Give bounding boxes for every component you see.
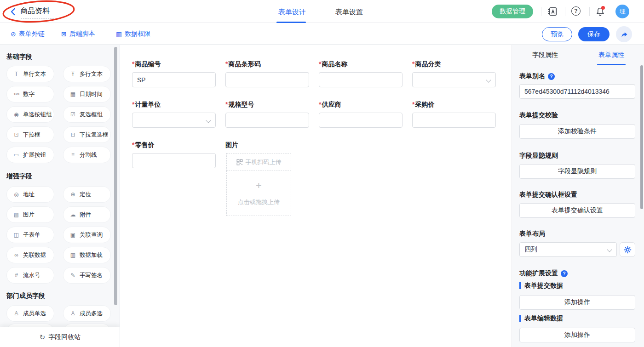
recycle-icon: ↻	[40, 334, 46, 341]
form-external-link[interactable]: ⊘ 表单外链	[11, 30, 45, 38]
form-field-retail-price[interactable]: 零售价	[132, 141, 216, 168]
field-pill-label: 手写签名	[80, 272, 103, 279]
help-icon[interactable]: ?	[548, 73, 555, 80]
field-pill-member-multi[interactable]: ♙成员多选	[63, 305, 111, 322]
page-scrollbar[interactable]	[640, 65, 643, 209]
section-title-enhanced-fields: 增强字段	[6, 172, 32, 181]
field-pill-member-single[interactable]: ♙成员单选	[6, 305, 54, 322]
header-divider	[565, 7, 565, 16]
edit-data-subheading: 表单编辑数据	[519, 315, 563, 322]
form-toolbar: ⊘ 表单外链 ⊠ 后端脚本 ▥ 数据权限 预览 保存	[0, 23, 644, 45]
extension-settings-label: 功能扩展设置	[519, 269, 558, 278]
section-title-member-fields: 部门成员字段	[6, 292, 45, 300]
tab-form-properties[interactable]: 表单属性	[578, 45, 644, 65]
back-icon[interactable]	[9, 7, 17, 16]
form-layout-select[interactable]: 四列	[519, 242, 617, 257]
image-upload-drop[interactable]: + 点击或拖拽上传	[226, 171, 291, 216]
field-pill-extend-button[interactable]: ▭扩展按钮	[6, 147, 54, 163]
field-input[interactable]	[225, 72, 309, 87]
field-recycle-bin[interactable]: ↻ 字段回收站	[0, 327, 120, 347]
field-pill-divider-line[interactable]: ≡分割线	[63, 147, 111, 163]
field-pill-linked-data[interactable]: ∞关联数据	[6, 247, 54, 263]
field-pill-image[interactable]: ▧图片	[6, 206, 54, 223]
app-header: 商品资料 表单设计 表单设置 数据管理 ? 理	[0, 0, 644, 23]
form-field-product-name[interactable]: 商品名称	[319, 60, 402, 87]
add-edit-action-button[interactable]: 添加操作	[519, 328, 635, 342]
submit-validation-heading: 表单提交校验	[519, 111, 558, 119]
share-icon	[620, 30, 628, 39]
help-icon[interactable]: ?	[571, 6, 581, 16]
help-icon[interactable]: ?	[561, 270, 568, 277]
field-label: 采购价	[412, 101, 496, 109]
field-pill-multi-line-text[interactable]: Ŧ多行文本	[63, 66, 111, 82]
field-pill-dropdown[interactable]: ⊡下拉框	[6, 126, 54, 143]
datetime-icon: ▦	[69, 91, 76, 97]
form-field-supplier[interactable]: 供应商	[319, 101, 402, 128]
avatar[interactable]: 理	[615, 5, 629, 18]
field-input[interactable]	[132, 153, 216, 168]
field-input[interactable]	[225, 113, 309, 128]
field-pill-number[interactable]: 123数字	[6, 86, 54, 102]
form-field-unit[interactable]: 计量单位	[132, 101, 216, 128]
preview-button[interactable]: 预览	[542, 27, 572, 41]
field-input[interactable]: SP	[132, 72, 216, 87]
submit-confirm-heading: 表单提交确认框设置	[519, 191, 577, 199]
tab-form-settings[interactable]: 表单设置	[335, 8, 363, 17]
backend-script-link[interactable]: ⊠ 后端脚本	[61, 30, 95, 38]
add-submit-action-button[interactable]: 添加操作	[519, 295, 635, 310]
tab-form-design[interactable]: 表单设计	[278, 8, 306, 17]
field-pill-label: 数字	[23, 91, 34, 98]
form-field-spec-model[interactable]: 规格型号	[225, 101, 309, 128]
save-button[interactable]: 保存	[578, 27, 610, 41]
multi-line-text-icon: Ŧ	[69, 71, 76, 77]
field-pill-label: 附件	[80, 211, 91, 219]
submit-confirm-button[interactable]: 表单提交确认设置	[519, 203, 635, 218]
field-label: 商品编号	[132, 60, 216, 68]
tab-field-properties[interactable]: 字段属性	[512, 45, 578, 65]
field-pill-checkbox-group[interactable]: ☑复选框组	[63, 106, 111, 123]
form-field-product-code[interactable]: 商品编号 SP	[132, 60, 216, 87]
field-input[interactable]	[319, 113, 402, 128]
field-input[interactable]	[319, 72, 402, 87]
layout-settings-button[interactable]	[620, 242, 635, 257]
backend-script-icon: ⊠	[61, 31, 67, 37]
field-visibility-button[interactable]: 字段显隐规则	[519, 164, 635, 179]
section-title-basic-fields: 基础字段	[6, 53, 32, 61]
field-pill-subform[interactable]: ◫子表单	[6, 227, 54, 243]
scan-upload-hint: 手机扫码上传	[246, 158, 282, 166]
field-pill-address[interactable]: ◎地址	[6, 186, 54, 203]
sidebar-scrollbar[interactable]	[114, 47, 117, 305]
contacts-icon[interactable]	[547, 6, 558, 17]
field-input[interactable]	[412, 113, 496, 128]
form-field-image[interactable]: 图片	[225, 141, 309, 153]
share-button[interactable]	[616, 26, 632, 42]
recycle-bin-label: 字段回收站	[48, 333, 80, 341]
field-pill-location[interactable]: ⊕定位	[63, 186, 111, 203]
field-pill-radio-group[interactable]: ◉单选按钮组	[6, 106, 54, 123]
field-pill-signature[interactable]: ✎手写签名	[63, 267, 111, 284]
form-alias-input[interactable]: 567ed45300d71112d4013346	[519, 84, 635, 99]
field-select[interactable]	[412, 72, 496, 87]
field-label: 图片	[225, 141, 309, 149]
form-field-purchase-price[interactable]: 采购价	[412, 101, 496, 128]
layout-select-value: 四列	[524, 245, 537, 254]
field-pill-attachment[interactable]: ☁附件	[63, 206, 111, 223]
field-pill-single-line-text[interactable]: T单行文本	[6, 66, 54, 82]
form-field-product-category[interactable]: 商品分类	[412, 60, 496, 87]
number-icon: 123	[13, 92, 20, 96]
field-pill-linked-query[interactable]: ▣关联查询	[63, 227, 111, 243]
field-pill-multi-dropdown[interactable]: ⊟下拉复选框	[63, 126, 111, 143]
field-pill-data-load[interactable]: ▥数据加载	[63, 247, 111, 263]
form-field-barcode[interactable]: 商品条形码	[225, 60, 309, 87]
field-select[interactable]	[132, 113, 216, 128]
member-single-icon: ♙	[13, 311, 20, 316]
field-label: 商品分类	[412, 60, 496, 68]
image-upload-scan[interactable]: 手机扫码上传	[226, 153, 291, 171]
data-permission-link[interactable]: ▥ 数据权限	[116, 30, 150, 38]
field-pill-serial-number[interactable]: #流水号	[6, 267, 54, 284]
field-pill-datetime[interactable]: ▦日期时间	[63, 86, 111, 102]
add-validation-button[interactable]: 添加校验条件	[519, 124, 635, 139]
field-pill-label: 图片	[23, 211, 34, 219]
data-manage-button[interactable]: 数据管理	[492, 5, 533, 18]
field-pill-label: 复选框组	[80, 111, 103, 119]
